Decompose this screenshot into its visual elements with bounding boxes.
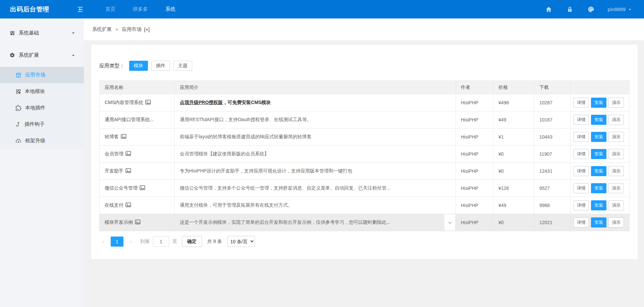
app-downloads-cell: 10443 xyxy=(534,129,571,146)
action-demo-button[interactable]: 演示 xyxy=(608,217,624,227)
app-price-cell: ¥49 xyxy=(493,197,534,214)
sidebar-item-label: 框架升级 xyxy=(25,138,45,144)
main-content: 应用类型： 模块插件主题 应用名称应用简介作者价格下载 CMS内容管理系统点我升… xyxy=(84,40,644,307)
image-icon xyxy=(125,151,131,156)
page-number-current[interactable]: 1 xyxy=(111,237,123,247)
app-name-cell: 轻博客 xyxy=(100,129,175,146)
app-price-cell: ¥1 xyxy=(493,129,534,146)
action-demo-button[interactable]: 演示 xyxy=(608,166,624,176)
upgrade-icon xyxy=(15,138,21,144)
sidebar-item-4[interactable]: 框架升级 xyxy=(0,133,84,149)
sidebar-item-1[interactable]: 本地模块 xyxy=(0,83,84,100)
table-row: 会员管理会员管理模块【建议使用新版的会员系统】HisiPHP¥011907详情安… xyxy=(100,146,630,163)
app-downloads-cell: 10187 xyxy=(534,111,571,129)
action-detail-button[interactable]: 详情 xyxy=(574,132,589,142)
action-detail-button[interactable]: 详情 xyxy=(574,166,589,176)
action-detail-button[interactable]: 详情 xyxy=(574,149,589,159)
app-type-label: 应用类型： xyxy=(99,63,124,69)
confirm-page-button[interactable]: 确定 xyxy=(182,236,202,247)
row-actions-cell: 详情安装演示 xyxy=(571,111,630,129)
app-downloads-cell: 10287 xyxy=(534,94,571,111)
sidebar-item-2[interactable]: 本地插件 xyxy=(0,100,84,116)
plugin-icon xyxy=(15,105,21,111)
table-row: CMS内容管理系统点我升级PRO授权版，可免费安装CMS模块HisiPHP¥49… xyxy=(100,94,630,111)
action-install-button[interactable]: 安装 xyxy=(591,149,606,159)
app-author-cell: HisiPHP xyxy=(456,163,493,180)
sidebar-item-3[interactable]: 插件钩子 xyxy=(0,116,84,133)
goto-page-label: 到第 xyxy=(140,239,150,245)
action-install-button[interactable]: 安装 xyxy=(591,200,606,210)
sidebar-group-0[interactable]: 系统基础 xyxy=(0,25,84,41)
app-name-cell: CMS内容管理系统 xyxy=(100,94,175,111)
action-install-button[interactable]: 安装 xyxy=(591,166,606,176)
app-desc: 通用RESTfulAPI接口，支持Oauth授权登录、在线测试工具等。 xyxy=(180,117,312,122)
app-name-cell: 在线支付 xyxy=(100,197,175,214)
page-size-select[interactable]: 10 条/页 xyxy=(227,236,255,247)
action-demo-button[interactable]: 演示 xyxy=(608,115,624,125)
app-price-cell: ¥498 xyxy=(493,94,534,111)
app-author-cell: HisiPHP xyxy=(456,94,493,111)
breadcrumb-add-tab[interactable]: [+] xyxy=(144,27,150,32)
action-detail-button[interactable]: 详情 xyxy=(574,98,589,108)
table-row: 轻博客前端基于layui的轻博客模板搭建而成的响应式轻量极简的轻博客HisiPH… xyxy=(100,129,630,146)
table-row: 通用API接口管理系统...通用RESTfulAPI接口，支持Oauth授权登录… xyxy=(100,111,630,129)
action-demo-button[interactable]: 演示 xyxy=(608,183,624,193)
app-name: 轻博客 xyxy=(105,134,119,139)
app-name: 通用API接口管理系统... xyxy=(105,117,154,122)
page-number-input[interactable] xyxy=(153,236,169,247)
topnav-item-1[interactable]: 拼多多 xyxy=(124,0,157,18)
sidebar-group-label: 系统基础 xyxy=(19,30,39,36)
action-install-button[interactable]: 安装 xyxy=(591,183,606,193)
app-desc-cell: 专为HisiPHP设计的开发助手，支持应用可视化设计，支持应用版本管理和一键打包 xyxy=(175,163,456,180)
filter-option-0[interactable]: 模块 xyxy=(129,61,148,71)
action-detail-button[interactable]: 详情 xyxy=(574,217,589,227)
action-install-button[interactable]: 安装 xyxy=(591,115,606,125)
image-icon xyxy=(140,185,145,190)
action-demo-button[interactable]: 演示 xyxy=(608,132,624,142)
home-icon[interactable] xyxy=(545,6,552,13)
user-menu[interactable]: pin8899 xyxy=(608,6,632,12)
filter-option-2[interactable]: 主题 xyxy=(173,61,192,71)
pagination: ‹ 1 › 到第 页 确定 共 8 条 10 条/页 xyxy=(99,236,630,247)
caret-down-icon xyxy=(628,7,632,11)
column-header-1: 应用简介 xyxy=(175,81,456,94)
action-install-button[interactable]: 安装 xyxy=(591,217,606,227)
action-detail-button[interactable]: 详情 xyxy=(574,115,589,125)
action-detail-button[interactable]: 详情 xyxy=(574,200,589,210)
action-demo-button[interactable]: 演示 xyxy=(608,149,624,159)
lock-icon[interactable] xyxy=(567,6,573,13)
action-demo-button[interactable]: 演示 xyxy=(608,200,624,210)
action-demo-button[interactable]: 演示 xyxy=(608,98,624,108)
filter-option-1[interactable]: 插件 xyxy=(151,61,170,71)
prev-page-icon[interactable]: ‹ xyxy=(99,237,108,247)
app-desc-cell: 前端基于layui的轻博客模板搭建而成的响应式轻量极简的轻博客 xyxy=(175,129,456,146)
row-actions-cell: 详情安装演示 xyxy=(571,163,630,180)
upgrade-pro-link[interactable]: 点我升级PRO授权版 xyxy=(180,100,223,105)
action-detail-button[interactable]: 详情 xyxy=(574,183,589,193)
topnav-item-2[interactable]: 系统 xyxy=(157,0,184,18)
app-downloads-cell: 12431 xyxy=(534,163,571,180)
column-header-3: 价格 xyxy=(493,81,534,94)
app-author-cell: HisiPHP xyxy=(456,111,493,129)
palette-icon[interactable] xyxy=(588,6,594,13)
breadcrumb-current[interactable]: 应用市场 xyxy=(122,26,141,33)
app-price-cell: ¥128 xyxy=(493,180,534,197)
expand-row-button[interactable] xyxy=(444,214,455,231)
row-actions-cell: 详情安装演示 xyxy=(571,214,630,231)
breadcrumb: 系统扩展 > 应用市场 [+] xyxy=(84,18,644,40)
topbar-right: pin8899 xyxy=(531,6,644,13)
next-page-icon[interactable]: › xyxy=(126,237,135,247)
sidebar-group-1[interactable]: 系统扩展 xyxy=(0,47,84,63)
breadcrumb-parent[interactable]: 系统扩展 xyxy=(92,26,112,33)
collapse-sidebar-icon[interactable] xyxy=(76,6,84,13)
topnav-item-0[interactable]: 首页 xyxy=(97,0,124,18)
app-name-cell: 模块开发示例 xyxy=(100,214,175,231)
action-install-button[interactable]: 安装 xyxy=(591,132,606,142)
app-author-cell: HisiPHP xyxy=(456,214,493,231)
action-install-button[interactable]: 安装 xyxy=(591,98,606,108)
app-name: 微信公众号管理 xyxy=(105,185,138,191)
column-header-4: 下载 xyxy=(534,81,571,94)
total-count-label: 共 8 条 xyxy=(207,239,222,245)
sidebar-item-0[interactable]: 应用市场 xyxy=(0,67,84,83)
app-downloads-cell: 12021 xyxy=(534,214,571,231)
